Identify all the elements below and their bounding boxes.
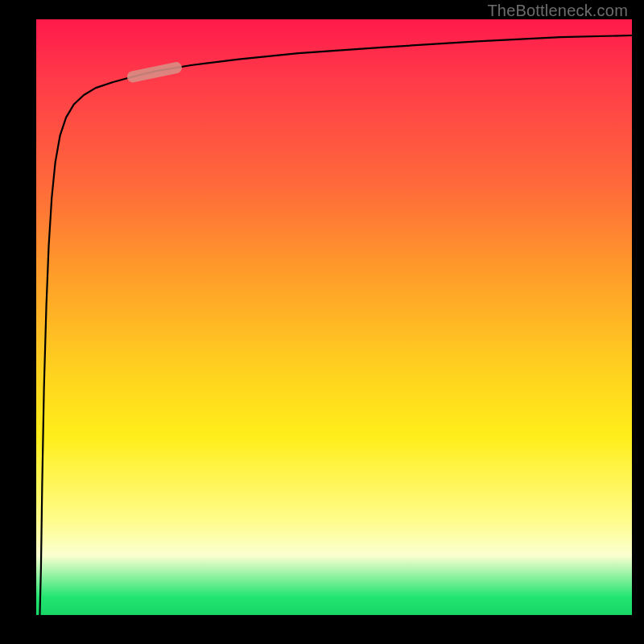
bottleneck-curve: [39, 35, 632, 615]
chart-stage: TheBottleneck.com: [0, 0, 644, 644]
watermark-text: TheBottleneck.com: [487, 2, 628, 20]
chart-svg: [36, 19, 632, 615]
curve-highlight: [133, 68, 176, 76]
chart-plot-area: [36, 19, 632, 615]
